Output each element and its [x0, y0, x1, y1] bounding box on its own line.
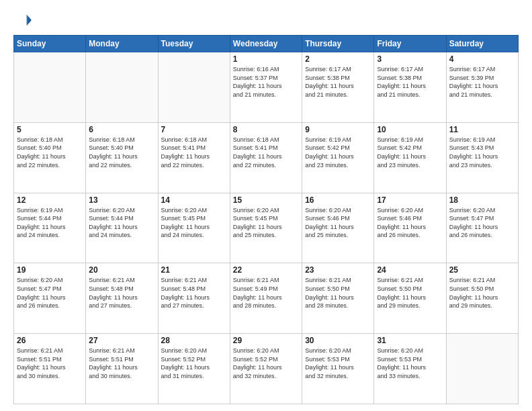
calendar-cell: 2Sunrise: 6:17 AMSunset: 5:38 PMDaylight…: [302, 52, 374, 123]
calendar-week-row: 12Sunrise: 6:19 AMSunset: 5:44 PMDayligh…: [14, 193, 519, 263]
calendar-cell: 13Sunrise: 6:20 AMSunset: 5:44 PMDayligh…: [86, 193, 158, 263]
calendar-cell: 23Sunrise: 6:21 AMSunset: 5:50 PMDayligh…: [302, 263, 374, 334]
day-info: Sunrise: 6:21 AMSunset: 5:48 PMDaylight:…: [89, 276, 154, 310]
day-info: Sunrise: 6:20 AMSunset: 5:47 PMDaylight:…: [449, 206, 515, 240]
day-number: 8: [233, 125, 299, 134]
day-number: 30: [305, 336, 371, 345]
day-info: Sunrise: 6:20 AMSunset: 5:46 PMDaylight:…: [305, 206, 371, 240]
day-info: Sunrise: 6:17 AMSunset: 5:38 PMDaylight:…: [377, 65, 443, 99]
calendar-cell: 19Sunrise: 6:20 AMSunset: 5:47 PMDayligh…: [14, 263, 86, 334]
day-info: Sunrise: 6:19 AMSunset: 5:44 PMDaylight:…: [17, 206, 83, 240]
page: SundayMondayTuesdayWednesdayThursdayFrid…: [0, 0, 532, 411]
day-number: 26: [17, 336, 83, 345]
day-number: 27: [89, 336, 154, 345]
day-number: 5: [17, 125, 83, 134]
day-number: 11: [449, 125, 515, 134]
day-number: 23: [305, 265, 371, 275]
calendar-cell: 30Sunrise: 6:20 AMSunset: 5:53 PMDayligh…: [302, 334, 374, 404]
day-info: Sunrise: 6:21 AMSunset: 5:50 PMDaylight:…: [377, 276, 443, 310]
calendar-cell: [14, 52, 86, 123]
day-info: Sunrise: 6:21 AMSunset: 5:50 PMDaylight:…: [449, 276, 515, 310]
weekday-header: Saturday: [446, 36, 518, 52]
day-number: 7: [161, 125, 227, 134]
weekday-header: Monday: [86, 36, 158, 52]
weekday-header: Sunday: [14, 36, 86, 52]
calendar-cell: [86, 52, 158, 123]
calendar-cell: 1Sunrise: 6:16 AMSunset: 5:37 PMDaylight…: [230, 52, 302, 123]
day-info: Sunrise: 6:20 AMSunset: 5:52 PMDaylight:…: [161, 347, 227, 380]
calendar-cell: 14Sunrise: 6:20 AMSunset: 5:45 PMDayligh…: [158, 193, 230, 263]
calendar-cell: 11Sunrise: 6:19 AMSunset: 5:43 PMDayligh…: [446, 122, 518, 193]
day-number: 21: [161, 265, 227, 275]
calendar-cell: 4Sunrise: 6:17 AMSunset: 5:39 PMDaylight…: [446, 52, 518, 123]
day-info: Sunrise: 6:21 AMSunset: 5:49 PMDaylight:…: [233, 276, 299, 310]
day-info: Sunrise: 6:20 AMSunset: 5:53 PMDaylight:…: [305, 347, 371, 380]
calendar-cell: 24Sunrise: 6:21 AMSunset: 5:50 PMDayligh…: [374, 263, 446, 334]
calendar-cell: 10Sunrise: 6:19 AMSunset: 5:42 PMDayligh…: [374, 122, 446, 193]
day-number: 20: [89, 265, 154, 275]
weekday-header: Thursday: [302, 36, 374, 52]
calendar-week-row: 5Sunrise: 6:18 AMSunset: 5:40 PMDaylight…: [14, 122, 519, 193]
logo: [13, 11, 35, 30]
calendar-cell: 25Sunrise: 6:21 AMSunset: 5:50 PMDayligh…: [446, 263, 518, 334]
calendar-cell: 15Sunrise: 6:20 AMSunset: 5:45 PMDayligh…: [230, 193, 302, 263]
calendar-cell: 18Sunrise: 6:20 AMSunset: 5:47 PMDayligh…: [446, 193, 518, 263]
day-number: 29: [233, 336, 299, 345]
day-info: Sunrise: 6:19 AMSunset: 5:42 PMDaylight:…: [305, 136, 371, 169]
calendar-cell: 16Sunrise: 6:20 AMSunset: 5:46 PMDayligh…: [302, 193, 374, 263]
day-info: Sunrise: 6:18 AMSunset: 5:40 PMDaylight:…: [17, 136, 83, 169]
calendar-cell: 17Sunrise: 6:20 AMSunset: 5:46 PMDayligh…: [374, 193, 446, 263]
day-info: Sunrise: 6:16 AMSunset: 5:37 PMDaylight:…: [233, 65, 299, 99]
day-number: 1: [233, 54, 299, 64]
calendar-cell: 9Sunrise: 6:19 AMSunset: 5:42 PMDaylight…: [302, 122, 374, 193]
calendar-cell: 7Sunrise: 6:18 AMSunset: 5:41 PMDaylight…: [158, 122, 230, 193]
day-info: Sunrise: 6:20 AMSunset: 5:45 PMDaylight:…: [161, 206, 227, 240]
day-info: Sunrise: 6:20 AMSunset: 5:53 PMDaylight:…: [377, 347, 443, 380]
calendar-cell: 5Sunrise: 6:18 AMSunset: 5:40 PMDaylight…: [14, 122, 86, 193]
calendar-week-row: 1Sunrise: 6:16 AMSunset: 5:37 PMDaylight…: [14, 52, 519, 123]
weekday-header: Friday: [374, 36, 446, 52]
calendar-cell: 21Sunrise: 6:21 AMSunset: 5:48 PMDayligh…: [158, 263, 230, 334]
header: [13, 11, 519, 30]
day-number: 9: [305, 125, 371, 134]
day-info: Sunrise: 6:19 AMSunset: 5:43 PMDaylight:…: [449, 136, 515, 169]
calendar-week-row: 26Sunrise: 6:21 AMSunset: 5:51 PMDayligh…: [14, 334, 519, 404]
day-number: 4: [449, 54, 515, 64]
day-info: Sunrise: 6:20 AMSunset: 5:52 PMDaylight:…: [233, 347, 299, 380]
day-number: 13: [89, 195, 154, 205]
day-number: 19: [17, 265, 83, 275]
calendar-cell: 22Sunrise: 6:21 AMSunset: 5:49 PMDayligh…: [230, 263, 302, 334]
day-number: 25: [449, 265, 515, 275]
day-info: Sunrise: 6:17 AMSunset: 5:38 PMDaylight:…: [305, 65, 371, 99]
calendar-cell: 27Sunrise: 6:21 AMSunset: 5:51 PMDayligh…: [86, 334, 158, 404]
logo-icon: [13, 11, 32, 30]
day-info: Sunrise: 6:20 AMSunset: 5:46 PMDaylight:…: [377, 206, 443, 240]
calendar-cell: 29Sunrise: 6:20 AMSunset: 5:52 PMDayligh…: [230, 334, 302, 404]
calendar-cell: 26Sunrise: 6:21 AMSunset: 5:51 PMDayligh…: [14, 334, 86, 404]
day-info: Sunrise: 6:20 AMSunset: 5:44 PMDaylight:…: [89, 206, 154, 240]
day-info: Sunrise: 6:18 AMSunset: 5:41 PMDaylight:…: [233, 136, 299, 169]
day-number: 28: [161, 336, 227, 345]
day-number: 31: [377, 336, 443, 345]
day-info: Sunrise: 6:20 AMSunset: 5:45 PMDaylight:…: [233, 206, 299, 240]
day-number: 14: [161, 195, 227, 205]
calendar-cell: [446, 334, 518, 404]
calendar-cell: 12Sunrise: 6:19 AMSunset: 5:44 PMDayligh…: [14, 193, 86, 263]
calendar-table: SundayMondayTuesdayWednesdayThursdayFrid…: [13, 35, 519, 404]
day-info: Sunrise: 6:18 AMSunset: 5:41 PMDaylight:…: [161, 136, 227, 169]
day-info: Sunrise: 6:21 AMSunset: 5:51 PMDaylight:…: [17, 347, 83, 380]
day-number: 6: [89, 125, 154, 134]
calendar-week-row: 19Sunrise: 6:20 AMSunset: 5:47 PMDayligh…: [14, 263, 519, 334]
calendar-cell: 8Sunrise: 6:18 AMSunset: 5:41 PMDaylight…: [230, 122, 302, 193]
calendar-cell: 28Sunrise: 6:20 AMSunset: 5:52 PMDayligh…: [158, 334, 230, 404]
day-info: Sunrise: 6:21 AMSunset: 5:51 PMDaylight:…: [89, 347, 154, 380]
day-info: Sunrise: 6:17 AMSunset: 5:39 PMDaylight:…: [449, 65, 515, 99]
calendar-cell: 6Sunrise: 6:18 AMSunset: 5:40 PMDaylight…: [86, 122, 158, 193]
calendar-cell: 20Sunrise: 6:21 AMSunset: 5:48 PMDayligh…: [86, 263, 158, 334]
weekday-header: Wednesday: [230, 36, 302, 52]
day-number: 2: [305, 54, 371, 64]
day-number: 3: [377, 54, 443, 64]
day-info: Sunrise: 6:21 AMSunset: 5:50 PMDaylight:…: [305, 276, 371, 310]
day-number: 18: [449, 195, 515, 205]
svg-marker-1: [28, 16, 31, 24]
